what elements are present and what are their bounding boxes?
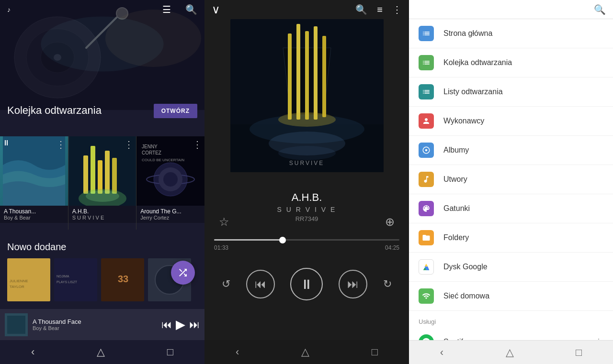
svg-text:NOJIMA: NOJIMA: [57, 275, 69, 278]
current-time: 01:33: [214, 244, 228, 251]
shuffle-fab[interactable]: [171, 261, 195, 285]
small-album-1[interactable]: JULIENNETAYLOR: [7, 258, 50, 301]
home-icon: [419, 26, 434, 41]
album-card-around[interactable]: JENNY CORTEZ COULD BE UNCERTAIN Around T…: [136, 136, 204, 230]
hamburger-icon[interactable]: ☰: [162, 4, 171, 15]
pause-icon: ⏸: [2, 139, 10, 147]
survive-label: SURVIVE: [289, 160, 324, 166]
albums-icon: [419, 143, 434, 158]
menu-item-albumy[interactable]: Albumy: [409, 136, 613, 165]
album-card-ahb[interactable]: A.H.B. S U R V I V E ⋮: [68, 136, 137, 230]
new-albums-row: JULIENNETAYLOR NOJIMAPLAYS LISZT 33: [7, 258, 197, 301]
svg-text:33: 33: [118, 274, 128, 284]
menu-item-listy[interactable]: Listy odtwarzania: [409, 77, 613, 107]
gdrive-icon: [419, 259, 434, 275]
svg-rect-14: [112, 158, 117, 194]
next-button[interactable]: ⏭: [339, 270, 367, 298]
menu-item-kolejka[interactable]: Kolejka odtwarzania: [409, 48, 613, 77]
p3-search-icon[interactable]: 🔍: [594, 4, 606, 15]
progress-bar[interactable]: [214, 239, 399, 241]
menu-label-dysk: Dysk Google: [443, 263, 603, 271]
svg-text:PLAYS LISZT: PLAYS LISZT: [57, 280, 78, 284]
progress-times: 01:33 04:25: [214, 244, 399, 251]
p3-nav-home[interactable]: △: [506, 346, 514, 359]
p2-actions: ☆ ⊕: [219, 215, 395, 229]
mini-title: A Thousand Face: [33, 318, 157, 325]
small-album-3[interactable]: 33: [101, 258, 144, 301]
tracks-icon: [419, 172, 434, 187]
menu-item-wykonawcy[interactable]: Wykonawcy: [409, 107, 613, 136]
menu-item-gatunki[interactable]: Gatunki: [409, 194, 613, 223]
queue-section: Kolejka odtwarzania OTWÓRZ: [0, 96, 204, 123]
p1-nav-bar: ‹ △ □: [0, 340, 204, 364]
p2-nav-recents[interactable]: □: [372, 346, 378, 358]
svg-rect-13: [105, 151, 110, 194]
p2-nav-back[interactable]: ‹: [236, 346, 239, 358]
album-dots-1[interactable]: ⋮: [56, 139, 66, 214]
svg-text:TAYLOR: TAYLOR: [10, 285, 24, 289]
album-dots-2[interactable]: ⋮: [124, 139, 134, 214]
repeat-button[interactable]: ↺: [222, 278, 230, 290]
p2-header-icons: 🔍 ≡ ⋮: [355, 4, 402, 15]
p3-nav-recents[interactable]: □: [576, 346, 582, 359]
mini-next-button[interactable]: ⏭: [189, 319, 200, 331]
menu-item-utwory[interactable]: Utwory: [409, 165, 613, 194]
menu-label-gatunki: Gatunki: [443, 204, 603, 213]
p2-search-icon[interactable]: 🔍: [355, 4, 367, 15]
album-artist-3: Jerry Cortez: [140, 215, 201, 221]
svg-point-24: [163, 172, 178, 187]
svg-rect-43: [296, 24, 300, 120]
p1-header: ♪ ☰ 🔍: [0, 0, 204, 19]
mini-prev-button[interactable]: ⏮: [161, 319, 172, 331]
svg-rect-11: [91, 146, 95, 194]
p2-more-icon[interactable]: ⋮: [392, 4, 402, 15]
add-to-library-icon[interactable]: ⊕: [385, 215, 395, 229]
mini-play-button[interactable]: ▶: [176, 317, 185, 332]
menu-label-albumy: Albumy: [443, 146, 603, 154]
p2-song-album: S U R V I V E: [214, 206, 399, 213]
album-dots-3[interactable]: ⋮: [193, 139, 202, 214]
album-card-thousand[interactable]: ⏸ A Thousan... Boy & Bear ⋮: [0, 136, 68, 230]
mini-player-info: A Thousand Face Boy & Bear: [33, 318, 157, 331]
queue-title: Kolejka odtwarzania: [7, 104, 102, 117]
p1-nav-home[interactable]: △: [97, 346, 105, 358]
p1-nav-recents[interactable]: □: [167, 346, 173, 358]
svg-text:JULIENNE: JULIENNE: [10, 279, 28, 283]
menu-item-dysk[interactable]: Dysk Google: [409, 253, 613, 282]
open-button[interactable]: OTWÓRZ: [154, 104, 197, 118]
prev-button[interactable]: ⏮: [246, 270, 275, 298]
progress-thumb[interactable]: [279, 237, 286, 243]
svg-point-16: [86, 190, 119, 202]
p2-playlist-icon[interactable]: ≡: [377, 4, 383, 15]
p3-nav-bar: ‹ △ □: [409, 340, 613, 364]
svg-point-4: [54, 54, 61, 61]
p2-chevron-down-icon[interactable]: ∨: [212, 3, 220, 16]
svg-point-49: [278, 146, 336, 160]
queue-icon: [419, 55, 434, 70]
menu-item-siec[interactable]: Sieć domowa: [409, 282, 613, 311]
menu-label-wykonawcy: Wykonawcy: [443, 117, 603, 125]
app-icon-music: ♪: [7, 6, 11, 13]
small-album-2[interactable]: NOJIMAPLAYS LISZT: [54, 258, 97, 301]
services-header: Usługi: [409, 311, 613, 328]
panel-queue: ♪ ☰ 🔍 Kolejka odtwarzania OTWÓRZ: [0, 0, 204, 364]
album-name-3: Around The G...: [140, 208, 201, 215]
favorite-icon[interactable]: ☆: [219, 215, 229, 229]
p3-nav-back[interactable]: ‹: [440, 346, 443, 359]
pause-button[interactable]: ⏸: [290, 268, 323, 300]
p1-nav-back[interactable]: ‹: [31, 346, 34, 358]
p2-nav-home[interactable]: △: [301, 346, 309, 358]
album-artist-1: Boy & Bear: [4, 215, 64, 221]
svg-text:JENNY: JENNY: [142, 144, 158, 149]
panel-player: ∨ 🔍 ≡ ⋮: [204, 0, 409, 364]
shuffle-button[interactable]: ↻: [383, 278, 392, 290]
menu-item-strona[interactable]: Strona główna: [409, 19, 613, 48]
menu-item-foldery[interactable]: Foldery: [409, 223, 613, 253]
p2-header: ∨ 🔍 ≡ ⋮: [204, 0, 409, 19]
svg-rect-36: [7, 316, 25, 334]
album-name-2: A.H.B.: [72, 208, 133, 215]
mini-player: A Thousand Face Boy & Bear ⏮ ▶ ⏭: [0, 309, 204, 340]
panel-menu: 🔍 Strona główna Kolejka odtwarzania List…: [409, 0, 613, 364]
search-icon[interactable]: 🔍: [185, 4, 197, 15]
p2-progress: 01:33 04:25: [204, 239, 409, 251]
